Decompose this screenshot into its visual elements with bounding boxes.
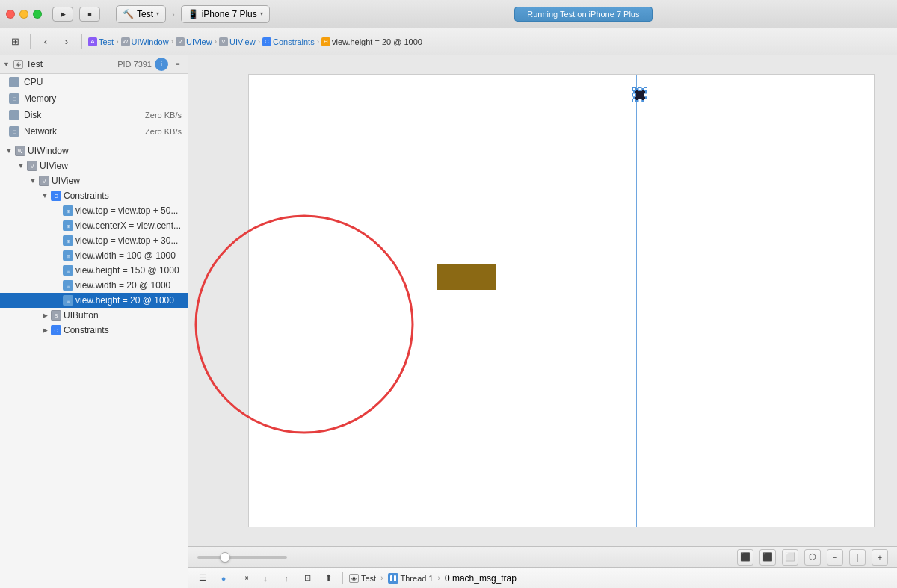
uibutton-icon: B <box>51 310 61 321</box>
scheme-selector[interactable]: 🔨 Test ▾ <box>116 5 166 23</box>
disk-value: Zero KB/s <box>145 111 182 120</box>
constraints2-label: Constraints <box>64 325 109 335</box>
path-sep-0: › <box>380 574 383 582</box>
debug-item-network[interactable]: □ Network Zero KB/s <box>0 123 188 140</box>
step-over-btn[interactable]: ⇥ <box>236 570 253 587</box>
view-grid-btn[interactable]: ⊞ <box>6 33 24 51</box>
tree-view: ▼ W UIWindow ▼ V UIView ▼ V UIView ▼ C C… <box>0 140 188 341</box>
thread-label: Thread 1 <box>401 574 434 583</box>
test-info-badge[interactable]: i <box>155 58 168 71</box>
frame-btn[interactable]: ⊡ <box>299 570 315 587</box>
debug-item-cpu[interactable]: □ CPU <box>0 74 188 90</box>
titlebar-center: Running Test on iPhone 7 Plus <box>276 7 891 22</box>
expand-c6 <box>51 279 63 291</box>
test-process-icon: ◈ <box>13 60 23 69</box>
tree-item-c1[interactable]: ⊞ view.top = view.top + 50... <box>0 203 188 218</box>
expand-c3 <box>51 235 63 247</box>
debug-item-memory[interactable]: □ Memory <box>0 90 188 107</box>
breadcrumb-icon-uiwindow: W <box>121 37 130 46</box>
frame-back-btn[interactable]: ⬛ <box>737 549 753 566</box>
constraints-label: Constraints <box>64 191 109 201</box>
close-button[interactable] <box>6 10 15 19</box>
c6-label: view.width = 20 @ 1000 <box>75 280 170 291</box>
canvas-inner <box>248 74 875 527</box>
network-value: Zero KB/s <box>145 127 182 136</box>
expand-c5 <box>51 264 63 276</box>
debug-toggle-btn[interactable]: ☰ <box>194 570 211 587</box>
slider-thumb[interactable] <box>220 552 230 563</box>
play-button[interactable]: ▶ <box>52 7 73 22</box>
frame-fwd-btn[interactable]: ⬛ <box>759 549 776 566</box>
c4-label: view.width = 100 @ 1000 <box>75 250 176 261</box>
thread-badge: Thread 1 <box>388 573 434 584</box>
uiwindow-icon: W <box>15 146 25 156</box>
debug-item-disk[interactable]: □ Disk Zero KB/s <box>0 107 188 123</box>
settings-btn[interactable]: ⬡ <box>804 549 821 566</box>
tree-item-c4[interactable]: ⊟ view.width = 100 @ 1000 <box>0 248 188 263</box>
c2-icon: ⊞ <box>63 220 73 231</box>
content-area: ⬛ ⬛ ⬜ ⬡ − | + ☰ ● ⇥ ↓ ↑ ⊡ ⬆ ◈ Test › <box>188 55 897 588</box>
tree-item-c3[interactable]: ⊞ view.top = view.top + 30... <box>0 233 188 248</box>
tree-item-uiwindow[interactable]: ▼ W UIWindow <box>0 143 188 158</box>
tree-item-constraints[interactable]: ▼ C Constraints <box>0 188 188 203</box>
expand-uiview2[interactable]: ▼ <box>27 175 39 187</box>
plus-btn[interactable]: + <box>872 549 888 566</box>
test-label: Test <box>26 59 114 69</box>
phone-icon: 📱 <box>188 9 199 19</box>
expand-uiwindow[interactable]: ▼ <box>3 145 15 157</box>
c1-label: view.top = view.top + 50... <box>75 205 178 216</box>
slider-bar: ⬛ ⬛ ⬜ ⬡ − | + <box>188 546 897 567</box>
tree-item-c6[interactable]: ⊟ view.width = 20 @ 1000 <box>0 278 188 293</box>
cpu-icon: □ <box>9 77 19 87</box>
expand-uiview1[interactable]: ▼ <box>15 160 27 172</box>
stop-button[interactable]: ■ <box>79 7 100 22</box>
handle-rm <box>644 93 647 97</box>
test-menu-icon[interactable]: ≡ <box>171 58 185 71</box>
export-btn[interactable]: ⬜ <box>782 549 798 566</box>
step-into-btn[interactable]: ↓ <box>257 570 274 587</box>
fullscreen-button[interactable] <box>33 10 42 19</box>
breadcrumb-link-test[interactable]: Test <box>99 37 114 46</box>
breadcrumb-icon-uiview1: V <box>176 37 185 46</box>
test-expand-icon[interactable]: ▼ <box>3 61 10 68</box>
nav-forward-btn[interactable]: › <box>58 33 75 51</box>
minus-btn[interactable]: − <box>827 549 843 566</box>
slider-track[interactable] <box>197 556 287 559</box>
minimize-button[interactable] <box>19 10 28 19</box>
expand-uibutton[interactable]: ▶ <box>39 309 51 321</box>
device-selector[interactable]: 📱 iPhone 7 Plus ▾ <box>181 5 270 23</box>
tree-item-uiview2[interactable]: ▼ V UIView <box>0 173 188 188</box>
thread-play-btn[interactable]: ● <box>215 570 232 587</box>
breadcrumb-sep-2: › <box>215 37 217 46</box>
c1-icon: ⊞ <box>63 205 73 216</box>
tree-item-c7-selected[interactable]: ⊟ view.height = 20 @ 1000 <box>0 293 188 308</box>
breadcrumb-sep-3: › <box>258 37 260 46</box>
breadcrumb-item-5: H view.height = 20 @ 1000 <box>321 37 422 46</box>
tree-item-constraints2[interactable]: ▶ C Constraints <box>0 323 188 338</box>
tree-item-uiview1[interactable]: ▼ V UIView <box>0 158 188 173</box>
status-text: Running Test on iPhone 7 Plus <box>527 10 639 19</box>
breadcrumb-item-0: A Test <box>88 37 114 46</box>
breadcrumb-link-uiwindow[interactable]: UIWindow <box>132 37 169 46</box>
titlebar: ▶ ■ 🔨 Test ▾ › 📱 iPhone 7 Plus ▾ Running… <box>0 0 897 28</box>
canvas-area[interactable] <box>188 55 897 546</box>
nav-back-btn[interactable]: ‹ <box>37 33 55 51</box>
breadcrumb-icon-test: A <box>88 37 97 46</box>
breadcrumb-link-uiview2[interactable]: UIView <box>229 37 256 46</box>
vline-top-ext <box>638 75 638 88</box>
disk-label: Disk <box>24 110 141 120</box>
expand-constraints2[interactable]: ▶ <box>39 324 51 336</box>
test-header: ▼ ◈ Test PID 7391 i ≡ <box>0 55 188 74</box>
c2-label: view.centerX = view.cent... <box>75 220 181 231</box>
tree-item-c5[interactable]: ⊟ view.height = 150 @ 1000 <box>0 263 188 278</box>
tree-item-uibutton[interactable]: ▶ B UIButton <box>0 308 188 323</box>
tree-item-c2[interactable]: ⊞ view.centerX = view.cent... <box>0 218 188 233</box>
share-btn[interactable]: ⬆ <box>320 570 336 587</box>
device-name: iPhone 7 Plus <box>202 9 257 19</box>
step-out-btn[interactable]: ↑ <box>278 570 295 587</box>
c6-icon: ⊟ <box>63 280 73 291</box>
breadcrumb-link-uiview1[interactable]: UIView <box>186 37 212 46</box>
expand-constraints[interactable]: ▼ <box>39 190 51 202</box>
breadcrumb-sep-1: › <box>171 37 173 46</box>
breadcrumb-link-constraints[interactable]: Constraints <box>273 37 315 46</box>
